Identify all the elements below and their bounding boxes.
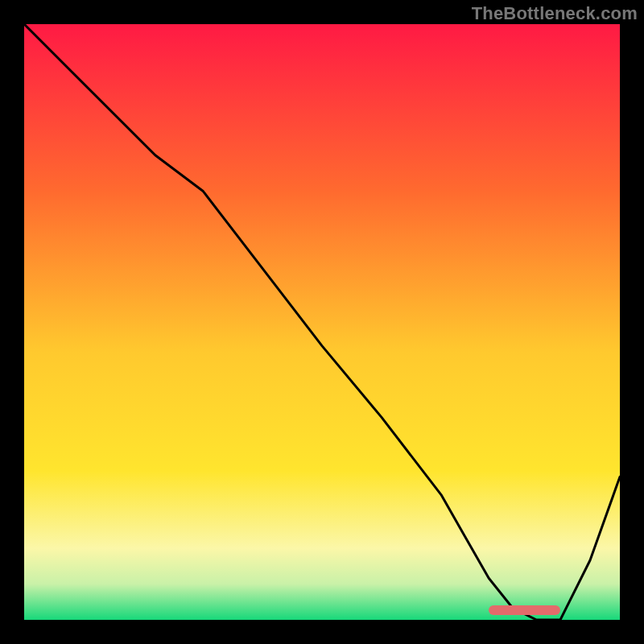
chart-frame: TheBottleneck.com	[0, 0, 644, 644]
plot-area	[24, 24, 620, 620]
background-gradient	[24, 24, 620, 620]
optimal-range-marker	[489, 605, 560, 615]
svg-rect-0	[24, 24, 620, 620]
watermark-text: TheBottleneck.com	[472, 3, 638, 24]
